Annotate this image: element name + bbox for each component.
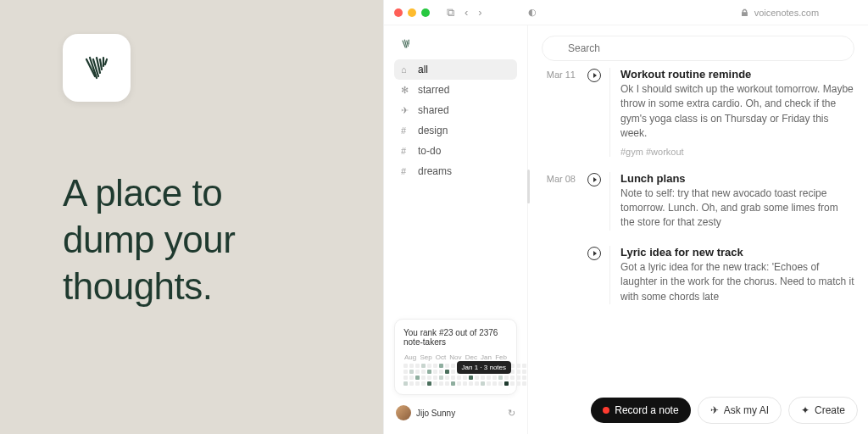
lock-icon: 🔒︎ <box>740 8 749 18</box>
sidebar-item-starred[interactable]: ✻starred <box>394 80 517 100</box>
shield-icon[interactable]: ◐ <box>528 7 537 18</box>
notes-list: Mar 11 Workout routine reminde Ok I shou… <box>528 68 868 320</box>
play-icon[interactable] <box>587 173 601 186</box>
main-content: 🔍︎ Mar 11 Workout routine reminde Ok I s… <box>528 25 868 434</box>
send-icon: ✈ <box>401 105 411 116</box>
heatmap-tooltip: Jan 1 · 3 notes <box>457 361 511 374</box>
hash-icon: # <box>401 146 411 156</box>
forward-icon[interactable]: › <box>478 6 481 19</box>
note-tags[interactable]: #gym #workout <box>620 147 854 157</box>
sidebar-item-design[interactable]: #design <box>394 120 517 141</box>
note-title: Lunch plans <box>620 172 854 185</box>
record-button[interactable]: Record a note <box>591 398 690 423</box>
note-date: Mar 11 <box>542 68 576 157</box>
user-row[interactable]: Jijo Sunny ↻ <box>394 402 517 424</box>
note-title: Lyric idea for new track <box>620 246 854 259</box>
search-input[interactable] <box>542 36 854 61</box>
hash-icon: # <box>401 125 411 136</box>
note-title: Workout routine reminde <box>620 68 854 81</box>
sidebar-logo-icon <box>399 37 413 51</box>
minimize-window-icon[interactable] <box>408 8 416 17</box>
note-row[interactable]: · Lyric idea for new track Got a lyric i… <box>542 246 854 304</box>
record-label: Record a note <box>615 404 678 416</box>
note-row[interactable]: Mar 11 Workout routine reminde Ok I shou… <box>542 68 854 157</box>
traffic-lights[interactable] <box>394 8 430 17</box>
sidebar-item-label: all <box>418 64 428 75</box>
heatmap-months: AugSepOctNovDecJanFeb <box>403 353 508 361</box>
create-button[interactable]: ✦Create <box>788 397 858 424</box>
voicenotes-logo-icon <box>80 51 114 85</box>
window-titlebar: ⧉ ‹ › ◐ 🔒︎voicenotes.com <box>384 0 868 25</box>
sidebar-item-label: dreams <box>418 165 452 177</box>
app-icon <box>63 34 131 102</box>
maximize-window-icon[interactable] <box>421 8 430 17</box>
username: Jijo Sunny <box>416 409 503 418</box>
hash-icon: # <box>401 166 411 176</box>
back-icon[interactable]: ‹ <box>465 6 468 19</box>
note-row[interactable]: Mar 08 Lunch plans Note to self: try tha… <box>542 172 854 231</box>
sidebar-item-todo[interactable]: #to-do <box>394 141 517 161</box>
sidebar-item-label: to-do <box>418 145 441 157</box>
avatar <box>396 405 411 420</box>
note-body: Note to self: try that new avocado toast… <box>620 186 854 231</box>
rank-title: You rank #23 out of 2376 note-takers <box>403 328 508 347</box>
rank-card: You rank #23 out of 2376 note-takers Aug… <box>394 319 517 395</box>
hero-tagline: A place to dump your thoughts. <box>63 170 320 309</box>
ask-label: Ask my AI <box>724 404 769 416</box>
note-date: Mar 08 <box>542 172 576 231</box>
svg-line-6 <box>105 59 107 64</box>
search-bar: 🔍︎ <box>542 36 854 61</box>
app-window: ⧉ ‹ › ◐ 🔒︎voicenotes.com ⌂all ✻starred ✈… <box>383 0 868 434</box>
play-icon[interactable] <box>587 69 601 82</box>
sidebar-toggle-icon[interactable]: ⧉ <box>447 6 454 19</box>
send-icon: ✈ <box>710 404 719 416</box>
sparkle-icon: ✦ <box>801 404 810 416</box>
create-label: Create <box>815 404 845 416</box>
star-icon: ✻ <box>401 85 411 96</box>
record-dot-icon <box>603 407 609 414</box>
titlebar-nav: ⧉ ‹ › <box>447 6 482 19</box>
sidebar-item-label: shared <box>418 104 449 116</box>
svg-line-4 <box>100 59 102 70</box>
hero-panel: A place to dump your thoughts. <box>0 0 383 434</box>
resize-handle[interactable] <box>527 170 530 203</box>
sidebar-item-dreams[interactable]: #dreams <box>394 161 517 181</box>
sidebar-item-label: starred <box>418 84 449 96</box>
bottom-action-bar: Record a note ✈Ask my AI ✦Create <box>591 397 858 424</box>
sidebar-item-shared[interactable]: ✈shared <box>394 100 517 120</box>
sidebar-item-all[interactable]: ⌂all <box>394 59 517 80</box>
play-icon[interactable] <box>587 247 601 260</box>
note-body: Got a lyric idea for the new track: 'Ech… <box>620 260 854 304</box>
sidebar: ⌂all ✻starred ✈shared #design #to-do #dr… <box>384 25 528 434</box>
history-icon[interactable]: ↻ <box>508 408 515 419</box>
home-icon: ⌂ <box>401 64 411 75</box>
note-body: Ok I should switch up the workout tomorr… <box>620 82 854 142</box>
sidebar-item-label: design <box>418 125 448 136</box>
ask-ai-button[interactable]: ✈Ask my AI <box>698 397 782 424</box>
close-window-icon[interactable] <box>394 8 403 17</box>
svg-line-9 <box>407 41 409 46</box>
url-text: voicenotes.com <box>754 8 819 18</box>
